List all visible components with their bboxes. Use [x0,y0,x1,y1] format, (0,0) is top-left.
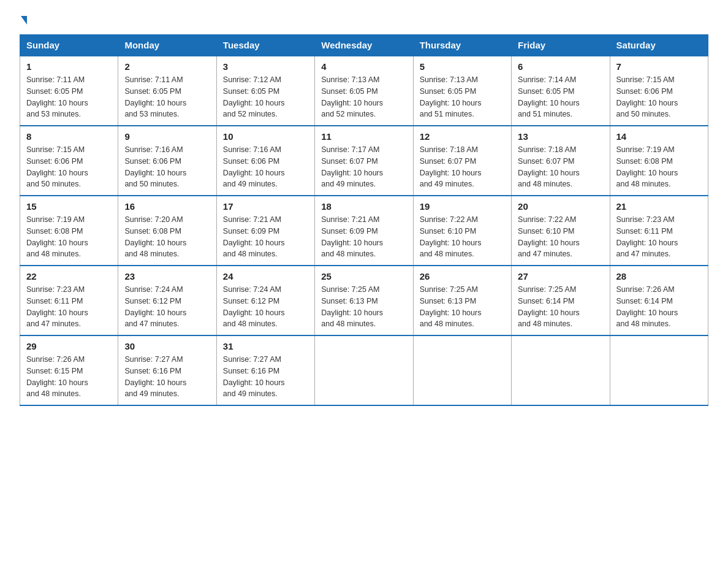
header-friday: Friday [512,35,610,56]
week-row-2: 8 Sunrise: 7:15 AM Sunset: 6:06 PM Dayli… [20,126,708,196]
day-number: 28 [616,271,702,282]
calendar-cell: 1 Sunrise: 7:11 AM Sunset: 6:05 PM Dayli… [20,56,118,126]
calendar-cell: 20 Sunrise: 7:22 AM Sunset: 6:10 PM Dayl… [512,196,610,266]
day-info: Sunrise: 7:24 AM Sunset: 6:12 PM Dayligh… [124,284,210,330]
day-info: Sunrise: 7:16 AM Sunset: 6:06 PM Dayligh… [223,144,308,190]
calendar-cell: 14 Sunrise: 7:19 AM Sunset: 6:08 PM Dayl… [610,126,708,196]
calendar-cell: 7 Sunrise: 7:15 AM Sunset: 6:06 PM Dayli… [610,56,708,126]
calendar-cell: 28 Sunrise: 7:26 AM Sunset: 6:14 PM Dayl… [610,266,708,335]
day-info: Sunrise: 7:13 AM Sunset: 6:05 PM Dayligh… [420,74,505,120]
calendar-cell: 13 Sunrise: 7:18 AM Sunset: 6:07 PM Dayl… [512,126,610,196]
day-number: 25 [321,271,406,282]
calendar-cell: 27 Sunrise: 7:25 AM Sunset: 6:14 PM Dayl… [512,266,610,335]
calendar-header-row: SundayMondayTuesdayWednesdayThursdayFrid… [20,35,708,56]
day-number: 21 [616,201,702,212]
calendar-cell: 3 Sunrise: 7:12 AM Sunset: 6:05 PM Dayli… [216,56,314,126]
day-number: 8 [26,131,112,142]
day-info: Sunrise: 7:14 AM Sunset: 6:05 PM Dayligh… [518,74,603,120]
calendar-cell: 2 Sunrise: 7:11 AM Sunset: 6:05 PM Dayli… [118,56,216,126]
day-info: Sunrise: 7:16 AM Sunset: 6:06 PM Dayligh… [124,144,210,190]
day-info: Sunrise: 7:15 AM Sunset: 6:06 PM Dayligh… [26,144,112,190]
calendar-cell: 15 Sunrise: 7:19 AM Sunset: 6:08 PM Dayl… [20,196,118,266]
day-number: 17 [223,201,308,212]
day-number: 19 [420,201,505,212]
day-info: Sunrise: 7:17 AM Sunset: 6:07 PM Dayligh… [321,144,406,190]
day-info: Sunrise: 7:11 AM Sunset: 6:05 PM Dayligh… [26,74,112,120]
day-number: 18 [321,201,406,212]
day-info: Sunrise: 7:26 AM Sunset: 6:14 PM Dayligh… [616,284,702,330]
calendar-cell: 30 Sunrise: 7:27 AM Sunset: 6:16 PM Dayl… [118,335,216,405]
page-header [20,15,708,25]
day-number: 29 [26,341,112,351]
day-number: 13 [518,131,603,142]
calendar-cell: 6 Sunrise: 7:14 AM Sunset: 6:05 PM Dayli… [512,56,610,126]
day-number: 2 [124,61,210,72]
day-info: Sunrise: 7:23 AM Sunset: 6:11 PM Dayligh… [616,214,702,260]
day-number: 15 [26,201,112,212]
calendar-cell: 4 Sunrise: 7:13 AM Sunset: 6:05 PM Dayli… [315,56,413,126]
calendar-cell [610,335,708,405]
day-number: 20 [518,201,603,212]
calendar-cell: 24 Sunrise: 7:24 AM Sunset: 6:12 PM Dayl… [216,266,314,335]
week-row-5: 29 Sunrise: 7:26 AM Sunset: 6:15 PM Dayl… [20,335,708,405]
week-row-1: 1 Sunrise: 7:11 AM Sunset: 6:05 PM Dayli… [20,56,708,126]
calendar-cell [512,335,610,405]
calendar-cell: 21 Sunrise: 7:23 AM Sunset: 6:11 PM Dayl… [610,196,708,266]
day-info: Sunrise: 7:27 AM Sunset: 6:16 PM Dayligh… [124,354,210,400]
day-number: 12 [420,131,505,142]
calendar-cell: 19 Sunrise: 7:22 AM Sunset: 6:10 PM Dayl… [413,196,511,266]
header-thursday: Thursday [413,35,511,56]
calendar-cell: 11 Sunrise: 7:17 AM Sunset: 6:07 PM Dayl… [315,126,413,196]
day-number: 7 [616,61,702,72]
day-info: Sunrise: 7:25 AM Sunset: 6:13 PM Dayligh… [420,284,505,330]
logo [20,15,27,25]
calendar-cell: 25 Sunrise: 7:25 AM Sunset: 6:13 PM Dayl… [315,266,413,335]
calendar-cell: 31 Sunrise: 7:27 AM Sunset: 6:16 PM Dayl… [216,335,314,405]
day-number: 10 [223,131,308,142]
calendar-cell: 12 Sunrise: 7:18 AM Sunset: 6:07 PM Dayl… [413,126,511,196]
day-info: Sunrise: 7:19 AM Sunset: 6:08 PM Dayligh… [616,144,702,190]
day-info: Sunrise: 7:18 AM Sunset: 6:07 PM Dayligh… [518,144,603,190]
week-row-4: 22 Sunrise: 7:23 AM Sunset: 6:11 PM Dayl… [20,266,708,335]
day-info: Sunrise: 7:24 AM Sunset: 6:12 PM Dayligh… [223,284,308,330]
header-saturday: Saturday [610,35,708,56]
day-number: 3 [223,61,308,72]
calendar-cell: 5 Sunrise: 7:13 AM Sunset: 6:05 PM Dayli… [413,56,511,126]
day-info: Sunrise: 7:21 AM Sunset: 6:09 PM Dayligh… [321,214,406,260]
day-info: Sunrise: 7:22 AM Sunset: 6:10 PM Dayligh… [420,214,505,260]
day-info: Sunrise: 7:27 AM Sunset: 6:16 PM Dayligh… [223,354,308,400]
day-number: 16 [124,201,210,212]
logo-top [20,15,27,25]
calendar-cell [315,335,413,405]
day-number: 27 [518,271,603,282]
day-info: Sunrise: 7:25 AM Sunset: 6:13 PM Dayligh… [321,284,406,330]
day-number: 31 [223,341,308,351]
day-info: Sunrise: 7:13 AM Sunset: 6:05 PM Dayligh… [321,74,406,120]
day-info: Sunrise: 7:25 AM Sunset: 6:14 PM Dayligh… [518,284,603,330]
header-sunday: Sunday [20,35,118,56]
calendar-cell [413,335,511,405]
day-number: 14 [616,131,702,142]
day-info: Sunrise: 7:12 AM Sunset: 6:05 PM Dayligh… [223,74,308,120]
day-number: 26 [420,271,505,282]
day-info: Sunrise: 7:21 AM Sunset: 6:09 PM Dayligh… [223,214,308,260]
day-number: 11 [321,131,406,142]
logo-arrow-icon [21,16,27,25]
calendar-cell: 10 Sunrise: 7:16 AM Sunset: 6:06 PM Dayl… [216,126,314,196]
day-number: 1 [26,61,112,72]
week-row-3: 15 Sunrise: 7:19 AM Sunset: 6:08 PM Dayl… [20,196,708,266]
calendar-cell: 8 Sunrise: 7:15 AM Sunset: 6:06 PM Dayli… [20,126,118,196]
day-number: 24 [223,271,308,282]
calendar-cell: 16 Sunrise: 7:20 AM Sunset: 6:08 PM Dayl… [118,196,216,266]
day-info: Sunrise: 7:15 AM Sunset: 6:06 PM Dayligh… [616,74,702,120]
day-info: Sunrise: 7:19 AM Sunset: 6:08 PM Dayligh… [26,214,112,260]
calendar-cell: 17 Sunrise: 7:21 AM Sunset: 6:09 PM Dayl… [216,196,314,266]
calendar-cell: 29 Sunrise: 7:26 AM Sunset: 6:15 PM Dayl… [20,335,118,405]
calendar-table: SundayMondayTuesdayWednesdayThursdayFrid… [20,34,708,406]
day-info: Sunrise: 7:23 AM Sunset: 6:11 PM Dayligh… [26,284,112,330]
day-info: Sunrise: 7:18 AM Sunset: 6:07 PM Dayligh… [420,144,505,190]
calendar-cell: 9 Sunrise: 7:16 AM Sunset: 6:06 PM Dayli… [118,126,216,196]
day-number: 9 [124,131,210,142]
day-number: 6 [518,61,603,72]
day-number: 22 [26,271,112,282]
